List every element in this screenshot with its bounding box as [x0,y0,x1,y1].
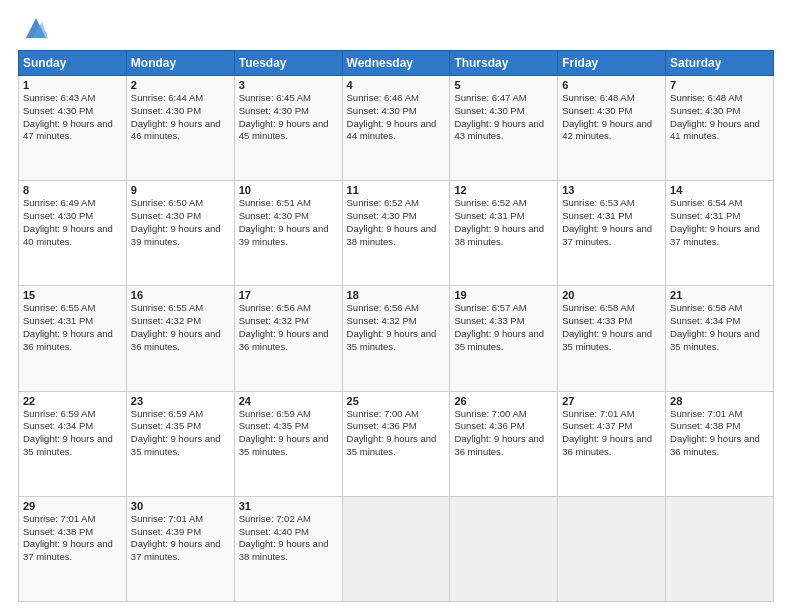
day-detail: Sunrise: 6:56 AMSunset: 4:32 PMDaylight:… [239,302,338,353]
day-detail: Sunrise: 6:43 AMSunset: 4:30 PMDaylight:… [23,92,122,143]
day-number: 6 [562,79,661,91]
day-cell: 14 Sunrise: 6:54 AMSunset: 4:31 PMDaylig… [666,181,774,286]
day-detail: Sunrise: 6:59 AMSunset: 4:34 PMDaylight:… [23,408,122,459]
week-row-5: 29 Sunrise: 7:01 AMSunset: 4:38 PMDaylig… [19,496,774,601]
day-detail: Sunrise: 6:58 AMSunset: 4:34 PMDaylight:… [670,302,769,353]
logo-icon [22,14,50,42]
day-detail: Sunrise: 7:01 AMSunset: 4:38 PMDaylight:… [23,513,122,564]
day-detail: Sunrise: 6:48 AMSunset: 4:30 PMDaylight:… [670,92,769,143]
day-cell: 30 Sunrise: 7:01 AMSunset: 4:39 PMDaylig… [126,496,234,601]
day-cell: 6 Sunrise: 6:48 AMSunset: 4:30 PMDayligh… [558,76,666,181]
day-detail: Sunrise: 6:52 AMSunset: 4:30 PMDaylight:… [347,197,446,248]
day-detail: Sunrise: 7:02 AMSunset: 4:40 PMDaylight:… [239,513,338,564]
header-row: SundayMondayTuesdayWednesdayThursdayFrid… [19,51,774,76]
day-number: 8 [23,184,122,196]
day-detail: Sunrise: 6:50 AMSunset: 4:30 PMDaylight:… [131,197,230,248]
day-cell: 20 Sunrise: 6:58 AMSunset: 4:33 PMDaylig… [558,286,666,391]
week-row-1: 1 Sunrise: 6:43 AMSunset: 4:30 PMDayligh… [19,76,774,181]
week-row-4: 22 Sunrise: 6:59 AMSunset: 4:34 PMDaylig… [19,391,774,496]
day-detail: Sunrise: 6:49 AMSunset: 4:30 PMDaylight:… [23,197,122,248]
header-cell-wednesday: Wednesday [342,51,450,76]
day-cell: 23 Sunrise: 6:59 AMSunset: 4:35 PMDaylig… [126,391,234,496]
day-number: 26 [454,395,553,407]
header-cell-monday: Monday [126,51,234,76]
day-detail: Sunrise: 7:01 AMSunset: 4:39 PMDaylight:… [131,513,230,564]
header-cell-sunday: Sunday [19,51,127,76]
day-detail: Sunrise: 6:52 AMSunset: 4:31 PMDaylight:… [454,197,553,248]
day-number: 1 [23,79,122,91]
day-cell: 25 Sunrise: 7:00 AMSunset: 4:36 PMDaylig… [342,391,450,496]
day-number: 29 [23,500,122,512]
day-cell: 18 Sunrise: 6:56 AMSunset: 4:32 PMDaylig… [342,286,450,391]
day-number: 19 [454,289,553,301]
day-cell [450,496,558,601]
day-detail: Sunrise: 7:01 AMSunset: 4:37 PMDaylight:… [562,408,661,459]
day-number: 22 [23,395,122,407]
day-detail: Sunrise: 6:55 AMSunset: 4:32 PMDaylight:… [131,302,230,353]
day-detail: Sunrise: 7:01 AMSunset: 4:38 PMDaylight:… [670,408,769,459]
day-cell: 5 Sunrise: 6:47 AMSunset: 4:30 PMDayligh… [450,76,558,181]
day-cell: 7 Sunrise: 6:48 AMSunset: 4:30 PMDayligh… [666,76,774,181]
day-detail: Sunrise: 6:54 AMSunset: 4:31 PMDaylight:… [670,197,769,248]
day-number: 3 [239,79,338,91]
day-cell: 26 Sunrise: 7:00 AMSunset: 4:36 PMDaylig… [450,391,558,496]
week-row-2: 8 Sunrise: 6:49 AMSunset: 4:30 PMDayligh… [19,181,774,286]
day-number: 9 [131,184,230,196]
day-detail: Sunrise: 6:48 AMSunset: 4:30 PMDaylight:… [562,92,661,143]
day-cell: 11 Sunrise: 6:52 AMSunset: 4:30 PMDaylig… [342,181,450,286]
day-number: 10 [239,184,338,196]
day-cell [558,496,666,601]
day-detail: Sunrise: 6:45 AMSunset: 4:30 PMDaylight:… [239,92,338,143]
header-cell-saturday: Saturday [666,51,774,76]
day-number: 25 [347,395,446,407]
day-detail: Sunrise: 6:59 AMSunset: 4:35 PMDaylight:… [239,408,338,459]
day-number: 31 [239,500,338,512]
day-number: 16 [131,289,230,301]
day-detail: Sunrise: 6:58 AMSunset: 4:33 PMDaylight:… [562,302,661,353]
day-number: 15 [23,289,122,301]
day-cell: 10 Sunrise: 6:51 AMSunset: 4:30 PMDaylig… [234,181,342,286]
day-number: 30 [131,500,230,512]
header [18,14,774,42]
header-cell-friday: Friday [558,51,666,76]
day-number: 13 [562,184,661,196]
day-cell: 17 Sunrise: 6:56 AMSunset: 4:32 PMDaylig… [234,286,342,391]
day-number: 28 [670,395,769,407]
day-detail: Sunrise: 6:57 AMSunset: 4:33 PMDaylight:… [454,302,553,353]
day-number: 4 [347,79,446,91]
day-cell: 28 Sunrise: 7:01 AMSunset: 4:38 PMDaylig… [666,391,774,496]
day-cell: 12 Sunrise: 6:52 AMSunset: 4:31 PMDaylig… [450,181,558,286]
day-cell: 1 Sunrise: 6:43 AMSunset: 4:30 PMDayligh… [19,76,127,181]
logo [18,14,50,42]
day-number: 20 [562,289,661,301]
day-number: 27 [562,395,661,407]
day-number: 5 [454,79,553,91]
day-cell [342,496,450,601]
day-detail: Sunrise: 6:53 AMSunset: 4:31 PMDaylight:… [562,197,661,248]
day-detail: Sunrise: 6:46 AMSunset: 4:30 PMDaylight:… [347,92,446,143]
day-cell: 9 Sunrise: 6:50 AMSunset: 4:30 PMDayligh… [126,181,234,286]
day-detail: Sunrise: 6:44 AMSunset: 4:30 PMDaylight:… [131,92,230,143]
day-number: 21 [670,289,769,301]
day-cell: 24 Sunrise: 6:59 AMSunset: 4:35 PMDaylig… [234,391,342,496]
day-detail: Sunrise: 6:55 AMSunset: 4:31 PMDaylight:… [23,302,122,353]
day-cell: 3 Sunrise: 6:45 AMSunset: 4:30 PMDayligh… [234,76,342,181]
day-cell: 19 Sunrise: 6:57 AMSunset: 4:33 PMDaylig… [450,286,558,391]
day-number: 2 [131,79,230,91]
day-cell: 2 Sunrise: 6:44 AMSunset: 4:30 PMDayligh… [126,76,234,181]
day-cell: 27 Sunrise: 7:01 AMSunset: 4:37 PMDaylig… [558,391,666,496]
day-detail: Sunrise: 6:51 AMSunset: 4:30 PMDaylight:… [239,197,338,248]
day-cell: 16 Sunrise: 6:55 AMSunset: 4:32 PMDaylig… [126,286,234,391]
day-number: 14 [670,184,769,196]
day-cell: 21 Sunrise: 6:58 AMSunset: 4:34 PMDaylig… [666,286,774,391]
day-number: 18 [347,289,446,301]
day-cell: 29 Sunrise: 7:01 AMSunset: 4:38 PMDaylig… [19,496,127,601]
day-number: 12 [454,184,553,196]
day-cell: 22 Sunrise: 6:59 AMSunset: 4:34 PMDaylig… [19,391,127,496]
day-cell: 15 Sunrise: 6:55 AMSunset: 4:31 PMDaylig… [19,286,127,391]
day-detail: Sunrise: 6:59 AMSunset: 4:35 PMDaylight:… [131,408,230,459]
calendar-table: SundayMondayTuesdayWednesdayThursdayFrid… [18,50,774,602]
day-detail: Sunrise: 6:56 AMSunset: 4:32 PMDaylight:… [347,302,446,353]
header-cell-tuesday: Tuesday [234,51,342,76]
calendar-header: SundayMondayTuesdayWednesdayThursdayFrid… [19,51,774,76]
